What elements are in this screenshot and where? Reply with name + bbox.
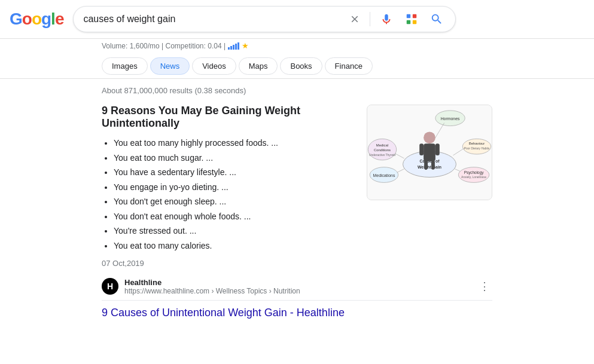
- search-button[interactable]: [428, 10, 446, 28]
- svg-rect-2: [407, 20, 410, 24]
- bar-chart-icon: [228, 42, 239, 50]
- svg-text:Conditions: Conditions: [374, 148, 391, 152]
- results-count: About 871,000,000 results (0.38 seconds): [102, 86, 492, 95]
- svg-rect-3: [413, 20, 416, 24]
- list-item: You don't get enough sleep. ...: [114, 194, 357, 209]
- svg-text:Psychology: Psychology: [464, 170, 485, 175]
- tab-images[interactable]: Images: [102, 57, 148, 75]
- source-favicon: H: [102, 278, 118, 295]
- google-logo: Google: [10, 10, 63, 29]
- voice-search-button[interactable]: [377, 10, 395, 28]
- weight-diagram-svg: Causes of Weight Gain Hormones Behaviour…: [367, 105, 492, 200]
- svg-rect-10: [419, 143, 424, 155]
- second-result: 9 Causes of Unintentional Weight Gain - …: [102, 300, 492, 319]
- source-icon-letter: H: [107, 282, 113, 291]
- source-info: Healthline https://www.healthline.com › …: [124, 278, 471, 295]
- list-item: You don't eat enough whole foods. ...: [114, 209, 357, 224]
- list-item: You have a sedentary lifestyle. ...: [114, 165, 357, 180]
- svg-rect-12: [424, 160, 428, 170]
- list-item: You engage in yo-yo dieting. ...: [114, 180, 357, 195]
- tab-maps[interactable]: Maps: [239, 57, 278, 75]
- svg-point-8: [424, 131, 435, 143]
- svg-text:Hormones: Hormones: [441, 117, 460, 121]
- second-result-link[interactable]: 9 Causes of Unintentional Weight Gain - …: [102, 307, 345, 319]
- svg-text:Medications: Medications: [373, 173, 395, 178]
- tab-finance[interactable]: Finance: [325, 57, 373, 75]
- svg-text:Underactive Thyroid: Underactive Thyroid: [369, 154, 395, 157]
- source-more-button[interactable]: ⋮: [477, 277, 492, 295]
- snippet-date: 07 Oct,2019: [102, 259, 357, 268]
- main-content: About 871,000,000 results (0.38 seconds)…: [0, 79, 594, 326]
- volume-label: Volume: 1,600/mo | Competition: 0.04 |: [102, 42, 226, 50]
- list-item: You're stressed out. ...: [114, 224, 357, 238]
- logo-text: Google: [10, 10, 63, 28]
- tab-books[interactable]: Books: [280, 57, 322, 75]
- svg-text:Weight Gain: Weight Gain: [418, 165, 441, 170]
- clear-button[interactable]: [347, 11, 363, 27]
- featured-snippet: 9 Reasons You May Be Gaining Weight Unin…: [102, 105, 492, 268]
- divider: [370, 12, 370, 26]
- image-search-button[interactable]: [403, 10, 421, 28]
- snippet-title: 9 Reasons You May Be Gaining Weight Unin…: [102, 105, 357, 130]
- svg-text:Medical: Medical: [376, 143, 388, 147]
- header: Google: [0, 0, 594, 39]
- search-bar[interactable]: [73, 6, 456, 32]
- snippet-list: You eat too many highly processed foods.…: [102, 136, 357, 253]
- svg-rect-13: [431, 160, 435, 170]
- svg-rect-1: [413, 14, 416, 18]
- star-icon: ★: [242, 41, 249, 50]
- svg-rect-11: [435, 143, 440, 155]
- list-item: You eat too much sugar. ...: [114, 151, 357, 166]
- svg-rect-9: [424, 143, 435, 161]
- svg-text:Poor Dietary Habits: Poor Dietary Habits: [464, 147, 490, 150]
- tab-videos[interactable]: Videos: [192, 57, 236, 75]
- source-row: H Healthline https://www.healthline.com …: [102, 275, 492, 298]
- tabs-row: Images News Videos Maps Books Finance: [0, 54, 594, 79]
- search-actions: [347, 10, 446, 28]
- search-input[interactable]: [83, 14, 342, 25]
- svg-point-21: [458, 167, 489, 183]
- svg-rect-0: [407, 14, 410, 18]
- source-url: https://www.healthline.com › Wellness To…: [124, 287, 471, 295]
- tab-news[interactable]: News: [150, 57, 190, 75]
- source-name: Healthline: [124, 278, 471, 287]
- svg-text:Behaviour: Behaviour: [469, 142, 485, 145]
- svg-text:Anxiety, Loneliness: Anxiety, Loneliness: [461, 176, 487, 179]
- volume-bar: Volume: 1,600/mo | Competition: 0.04 | ★: [0, 39, 594, 54]
- list-item: You eat too many calories.: [114, 238, 357, 253]
- snippet-image: Causes of Weight Gain Hormones Behaviour…: [367, 105, 492, 200]
- snippet-text: 9 Reasons You May Be Gaining Weight Unin…: [102, 105, 357, 268]
- list-item: You eat too many highly processed foods.…: [114, 136, 357, 151]
